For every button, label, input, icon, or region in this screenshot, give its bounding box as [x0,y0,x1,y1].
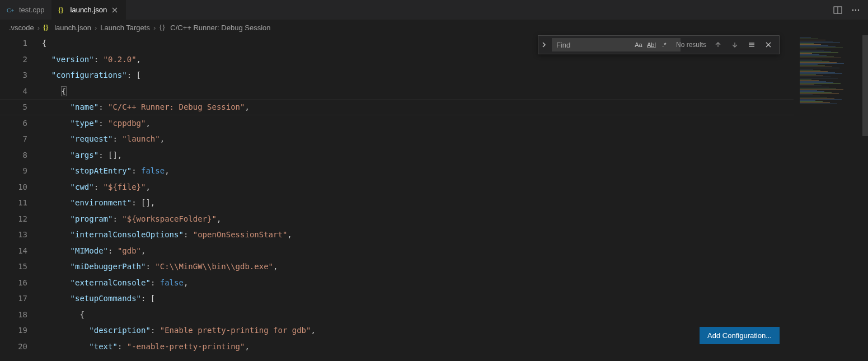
more-actions-icon[interactable] [850,4,861,16]
breadcrumb-item[interactable]: C/C++ Runner: Debug Session [170,24,270,32]
breadcrumb[interactable]: .vscode › {} launch.json › Launch Target… [0,20,868,35]
svg-point-4 [852,9,853,10]
cpp-file-icon: C+ [7,6,16,15]
code-content[interactable]: { "version": "0.2.0", "configurations": … [42,35,868,361]
vertical-scrollbar[interactable] [862,35,868,361]
tab-label: launch.json [71,6,107,14]
svg-text:{}: {} [159,24,166,31]
chevron-right-icon: › [153,24,156,32]
svg-text:{}: {} [58,6,64,14]
tab-actions [832,4,868,16]
braces-icon: {} [159,24,167,31]
minimap[interactable] [795,35,862,361]
find-options: Aa Abl .* [632,39,670,51]
scrollbar-thumb[interactable] [862,35,868,136]
find-prev-icon[interactable] [712,39,724,51]
find-next-icon[interactable] [729,39,741,51]
toggle-replace-icon[interactable] [538,36,550,54]
tab-launch-json[interactable]: {} launch.json [51,0,126,20]
breadcrumb-item[interactable]: Launch Targets [100,24,150,32]
find-results-label: No results [670,41,712,49]
svg-text:{}: {} [43,24,49,31]
split-editor-icon[interactable] [832,4,843,16]
find-widget: Aa Abl .* No results [538,35,780,54]
line-number-gutter: 1234567891011121314151617181920 [0,35,42,361]
breadcrumb-item[interactable]: .vscode [9,24,34,32]
breadcrumb-item[interactable]: launch.json [54,24,91,32]
whole-word-toggle[interactable]: Abl [645,39,658,51]
braces-icon: {} [43,24,51,31]
regex-toggle[interactable]: .* [658,39,670,51]
editor[interactable]: 1234567891011121314151617181920 { "versi… [0,35,868,361]
svg-text:C+: C+ [7,7,15,13]
find-nav [712,39,779,51]
json-file-icon: {} [58,6,67,15]
svg-point-6 [858,9,859,10]
find-in-selection-icon[interactable] [745,39,758,51]
tab-bar: C+ test.cpp {} launch.json [0,0,868,20]
chevron-right-icon: › [37,24,40,32]
add-configuration-button[interactable]: Add Configuration... [700,327,780,344]
svg-point-5 [855,9,856,10]
tab-label: test.cpp [19,6,45,14]
close-icon[interactable] [110,6,119,15]
chevron-right-icon: › [95,24,97,32]
close-find-icon[interactable] [762,39,775,51]
match-case-toggle[interactable]: Aa [632,39,645,51]
tab-test-cpp[interactable]: C+ test.cpp [0,0,51,20]
